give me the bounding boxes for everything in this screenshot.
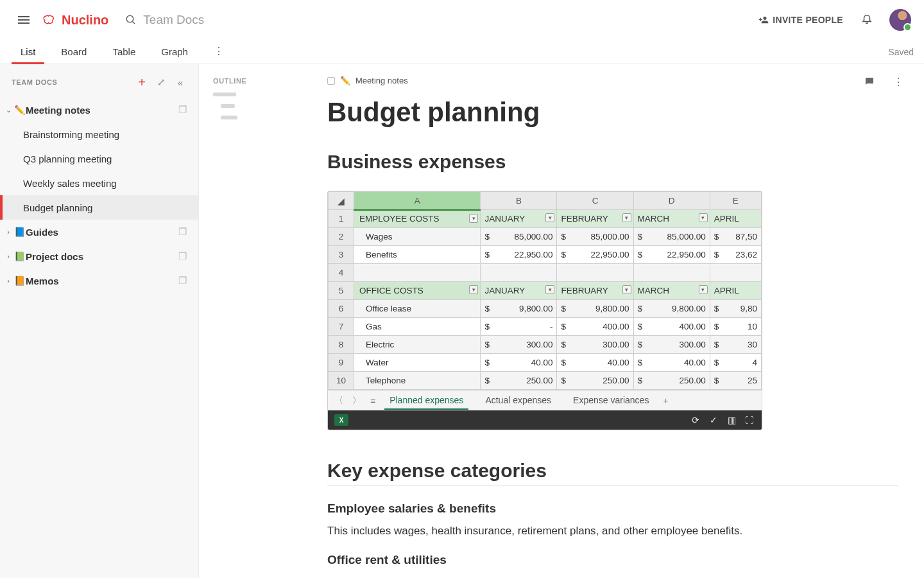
page-title: Budget planning bbox=[327, 97, 898, 128]
comments-button[interactable] bbox=[864, 76, 875, 90]
app-logo[interactable]: Nuclino bbox=[42, 13, 108, 28]
sheet-add-tab-button[interactable]: + bbox=[663, 396, 668, 406]
breadcrumb-label: Meeting notes bbox=[355, 76, 408, 85]
search-icon bbox=[125, 14, 137, 26]
breadcrumb[interactable]: ✏️ Meeting notes bbox=[327, 76, 898, 85]
subsection-salaries: Employee salaries & benefits bbox=[327, 502, 898, 516]
filter-icon[interactable]: ▾ bbox=[699, 285, 708, 294]
sidebar: TEAM DOCS + ⤢ « ⌄✏️Meeting notes❐Brainst… bbox=[0, 64, 199, 578]
sidebar-child-budget-planning[interactable]: Budget planning bbox=[0, 195, 198, 220]
sheet-prev-button[interactable]: 〈 bbox=[334, 395, 343, 407]
chevron-icon: › bbox=[4, 252, 13, 260]
sheet-save-button[interactable]: ✓ bbox=[708, 414, 719, 426]
chevron-icon: › bbox=[4, 228, 13, 236]
notifications-button[interactable] bbox=[861, 13, 873, 27]
svg-point-0 bbox=[127, 15, 134, 22]
sheet-list-button[interactable]: ≡ bbox=[370, 396, 375, 406]
breadcrumb-emoji: ✏️ bbox=[340, 76, 350, 85]
col-E[interactable]: E bbox=[710, 192, 761, 210]
filter-icon[interactable]: ▾ bbox=[469, 285, 478, 294]
chevron-icon: › bbox=[4, 277, 13, 285]
menu-button[interactable] bbox=[14, 12, 33, 28]
sheet-next-button[interactable]: 〉 bbox=[352, 395, 361, 407]
bell-icon bbox=[861, 13, 873, 24]
copy-icon[interactable]: ❐ bbox=[178, 104, 187, 116]
sheet-layout-button[interactable]: ▥ bbox=[726, 414, 737, 426]
section-business-expenses: Business expenses bbox=[327, 151, 898, 173]
excel-icon: X bbox=[334, 414, 348, 426]
filter-icon[interactable]: ▾ bbox=[622, 213, 631, 222]
doc-more-button[interactable]: ⋮ bbox=[893, 76, 903, 90]
sheet-fullscreen-button[interactable]: ⛶ bbox=[744, 414, 755, 426]
sidebar-child-brainstorming-meeting[interactable]: Brainstorming meeting bbox=[0, 122, 198, 146]
embedded-spreadsheet[interactable]: ◢ABCDE1EMPLOYEE COSTS▾JANUARY▾FEBRUARY▾M… bbox=[327, 191, 762, 430]
view-tab-graph[interactable]: Graph bbox=[157, 46, 192, 64]
body-salaries: This includes wages, health insurance, r… bbox=[327, 525, 898, 538]
outline-title: OUTLINE bbox=[213, 77, 261, 85]
add-item-button[interactable]: + bbox=[135, 76, 148, 89]
view-tab-table[interactable]: Table bbox=[108, 46, 139, 64]
svg-line-1 bbox=[133, 21, 135, 24]
copy-icon[interactable]: ❐ bbox=[178, 226, 187, 238]
filter-icon[interactable]: ▾ bbox=[545, 285, 554, 294]
chevron-icon: ⌄ bbox=[4, 106, 13, 114]
sidebar-item-guides[interactable]: ›📘Guides❐ bbox=[0, 220, 198, 244]
comment-icon bbox=[864, 76, 875, 87]
user-avatar[interactable] bbox=[889, 9, 911, 31]
sheet-refresh-button[interactable]: ⟳ bbox=[690, 414, 701, 426]
app-name: Nuclino bbox=[62, 13, 108, 28]
copy-icon[interactable]: ❐ bbox=[178, 275, 187, 286]
col-B[interactable]: B bbox=[481, 192, 557, 210]
sidebar-item-meeting-notes[interactable]: ⌄✏️Meeting notes❐ bbox=[0, 98, 198, 122]
outline-panel: OUTLINE bbox=[199, 64, 270, 578]
document-content: ⋮ ✏️ Meeting notes Budget planning Busin… bbox=[270, 64, 924, 578]
filter-icon[interactable]: ▾ bbox=[545, 213, 554, 222]
sheet-tab-actual-expenses[interactable]: Actual expenses bbox=[480, 392, 556, 410]
view-tab-board[interactable]: Board bbox=[57, 46, 90, 64]
search-placeholder: Team Docs bbox=[143, 13, 204, 27]
copy-icon[interactable]: ❐ bbox=[178, 250, 187, 262]
save-status: Saved bbox=[888, 47, 914, 64]
sidebar-item-project-docs[interactable]: ›📗Project docs❐ bbox=[0, 244, 198, 268]
invite-people-button[interactable]: INVITE PEOPLE bbox=[758, 15, 843, 25]
search[interactable]: Team Docs bbox=[125, 13, 204, 27]
sidebar-child-q3-planning-meeting[interactable]: Q3 planning meeting bbox=[0, 146, 198, 171]
view-more-button[interactable]: ⋮ bbox=[210, 45, 228, 64]
filter-icon[interactable]: ▾ bbox=[469, 214, 478, 223]
person-add-icon bbox=[758, 15, 769, 25]
expand-button[interactable]: ⤢ bbox=[155, 76, 167, 88]
sheet-tab-expense-variances[interactable]: Expense variances bbox=[568, 392, 654, 410]
col-A[interactable]: A bbox=[354, 192, 481, 210]
sidebar-title: TEAM DOCS bbox=[12, 78, 57, 86]
sheet-tab-planned-expenses[interactable]: Planned expenses bbox=[384, 392, 468, 410]
filter-icon[interactable]: ▾ bbox=[699, 213, 708, 222]
view-tab-list[interactable]: List bbox=[17, 46, 39, 64]
sidebar-child-weekly-sales-meeting[interactable]: Weekly sales meeting bbox=[0, 171, 198, 195]
col-C[interactable]: C bbox=[557, 192, 633, 210]
col-D[interactable]: D bbox=[633, 192, 710, 210]
collapse-sidebar-button[interactable]: « bbox=[174, 77, 187, 88]
brain-icon bbox=[42, 14, 58, 26]
subsection-rent: Office rent & utilities bbox=[327, 553, 898, 567]
sidebar-item-memos[interactable]: ›📙Memos❐ bbox=[0, 268, 198, 293]
filter-icon[interactable]: ▾ bbox=[622, 285, 631, 294]
section-key-categories: Key expense categories bbox=[327, 460, 898, 486]
checkbox-icon bbox=[327, 77, 335, 85]
